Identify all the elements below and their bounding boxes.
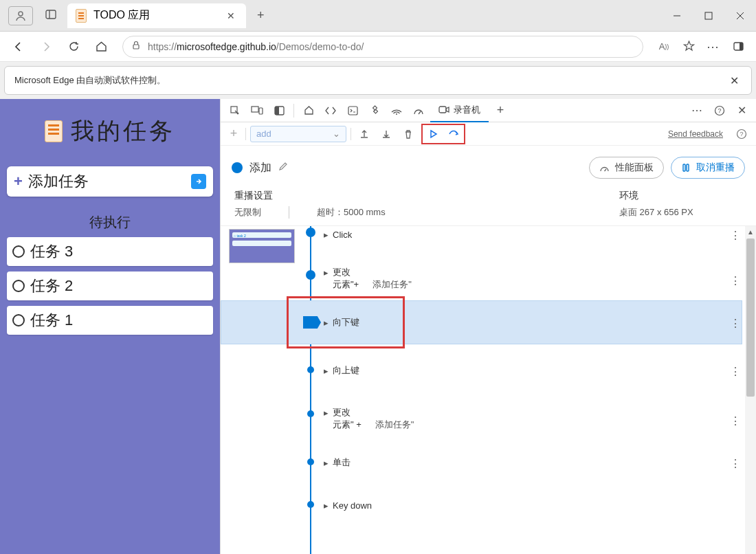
recording-select[interactable]: add ⌄ (250, 126, 346, 142)
favorite-icon[interactable] (678, 36, 700, 58)
current-step-marker (303, 316, 321, 329)
tab-favicon (76, 9, 87, 23)
tab-actions-icon[interactable] (45, 9, 56, 23)
help-icon[interactable]: ? (709, 101, 730, 120)
network-tab-icon[interactable] (386, 101, 407, 120)
recorder-tab[interactable]: 录音机 (430, 99, 489, 122)
step-menu-icon[interactable]: ⋮ (730, 317, 742, 330)
checkbox-icon[interactable] (12, 314, 25, 326)
more-icon[interactable]: ⋯ (702, 36, 724, 58)
read-aloud-icon[interactable]: A)) (653, 36, 675, 58)
delete-icon[interactable] (399, 125, 417, 143)
svg-rect-15 (348, 107, 357, 115)
refresh-button[interactable] (62, 35, 85, 58)
scrollbar-thumb[interactable] (746, 239, 755, 397)
env-value: 桌面 267 x 656 PX (619, 206, 693, 219)
add-task-label: 添加任务 (28, 171, 191, 192)
cancel-replay-button[interactable]: 取消重播 (671, 157, 745, 179)
browser-tab[interactable]: TODO 应用 ✕ (67, 3, 246, 28)
step-label: 更改 (333, 267, 351, 277)
devtools-more-icon[interactable]: ⋯ (687, 101, 708, 120)
step-row[interactable]: ▸ 更改元素"+ 添加任务" (324, 263, 735, 293)
recording-header: 添加 性能面板 取消重播 (221, 146, 756, 186)
tab-title: TODO 应用 (93, 8, 150, 23)
maximize-button[interactable] (693, 0, 724, 32)
device-icon[interactable] (247, 101, 267, 120)
step-menu-icon[interactable]: ⋮ (730, 457, 742, 470)
sources-tab-icon[interactable] (364, 101, 385, 120)
toolbar: https://microsoftedge.github.io/Demos/de… (0, 32, 756, 62)
add-task-field[interactable]: + 添加任务 (7, 166, 213, 197)
step-menu-icon[interactable]: ⋮ (730, 414, 742, 428)
elements-tab-icon[interactable] (320, 101, 341, 120)
performance-tab-icon[interactable] (408, 101, 429, 120)
new-recording-button[interactable]: + (226, 126, 241, 141)
toolbar-help-icon[interactable]: ? (733, 125, 751, 143)
dock-icon[interactable] (269, 101, 289, 120)
task-item[interactable]: 任务 3 (7, 237, 213, 266)
send-feedback-link[interactable]: Send feedback (668, 129, 723, 139)
back-button[interactable] (7, 35, 30, 58)
step-row[interactable]: ▸Click (324, 226, 735, 248)
lock-icon (131, 41, 141, 53)
step-menu-icon[interactable]: ⋮ (730, 365, 742, 378)
svg-rect-1 (46, 10, 56, 19)
sidepanel-icon[interactable] (727, 36, 749, 58)
scroll-up-arrow[interactable]: ▲ (745, 226, 756, 237)
forward-button[interactable] (34, 35, 58, 58)
svg-point-0 (19, 12, 23, 16)
task-label: 任务 3 (30, 241, 73, 262)
replay-unlimited: 无限制 (234, 206, 261, 219)
minimize-button[interactable] (661, 0, 693, 32)
step-menu-icon[interactable]: ⋮ (730, 274, 742, 287)
devtools-close-button[interactable]: ✕ (731, 101, 752, 120)
window-titlebar: TODO 应用 ✕ + (0, 0, 756, 32)
step-thumbnail: ○ task 2 (229, 229, 295, 263)
more-tabs-button[interactable]: + (490, 101, 511, 120)
edit-name-icon[interactable] (278, 162, 288, 174)
submit-task-button[interactable] (191, 174, 206, 189)
window-controls (661, 0, 756, 32)
step-label: 单击 (333, 456, 351, 469)
camera-icon (438, 105, 449, 114)
new-tab-button[interactable]: + (252, 5, 270, 25)
step-button[interactable] (445, 125, 463, 143)
tab-close-button[interactable]: ✕ (224, 9, 238, 23)
step-label: 更改 (333, 407, 351, 417)
recording-dot-icon (232, 162, 243, 173)
svg-rect-24 (687, 164, 689, 171)
profile-button[interactable] (8, 6, 33, 25)
recording-name: 添加 (249, 161, 271, 175)
performance-panel-button[interactable]: 性能面板 (589, 157, 664, 179)
inspect-icon[interactable] (225, 101, 245, 120)
checkbox-icon[interactable] (12, 245, 25, 258)
clipboard-icon (45, 120, 63, 142)
step-row[interactable]: ▸向上键 (324, 357, 735, 384)
url-text: https://microsoftedge.github.io/Demos/de… (148, 41, 634, 52)
step-row[interactable]: ▸Key down (324, 491, 735, 519)
import-icon[interactable] (355, 125, 373, 143)
export-icon[interactable] (377, 125, 395, 143)
address-bar[interactable]: https://microsoftedge.github.io/Demos/de… (122, 36, 643, 58)
step-sub: 元素"+ (333, 279, 359, 289)
task-label: 任务 2 (30, 276, 73, 296)
banner-close-button[interactable]: ✕ (727, 71, 742, 90)
home-button[interactable] (89, 35, 113, 58)
step-row[interactable]: ▸向下键 (324, 309, 735, 336)
svg-rect-12 (259, 108, 263, 114)
task-item[interactable]: 任务 1 (7, 306, 213, 335)
step-row[interactable]: ▸ 更改元素" + 添加任务" (324, 403, 735, 434)
console-tab-icon[interactable] (342, 101, 363, 120)
step-row[interactable]: ▸单击 (324, 449, 735, 476)
close-window-button[interactable] (724, 0, 756, 32)
play-button[interactable] (424, 125, 442, 143)
step-label: Click (333, 230, 352, 240)
recorder-tab-label: 录音机 (454, 104, 480, 116)
welcome-tab-icon[interactable] (298, 101, 319, 120)
task-item[interactable]: 任务 2 (7, 272, 213, 300)
checkbox-icon[interactable] (12, 280, 25, 292)
step-label: Key down (333, 500, 372, 511)
step-menu-icon[interactable]: ⋮ (730, 229, 742, 242)
recorder-toolbar: + add ⌄ Send feedback ? (221, 122, 756, 146)
pause-icon (681, 163, 691, 173)
